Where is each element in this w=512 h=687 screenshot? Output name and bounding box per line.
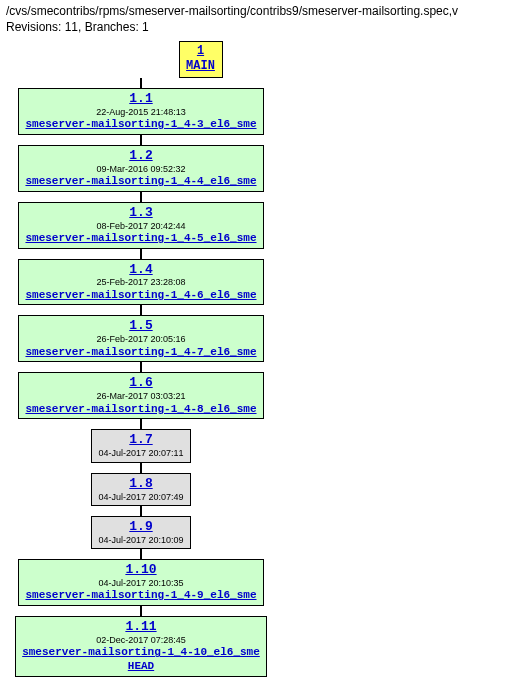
branch-main-num[interactable]: 1	[197, 44, 204, 58]
revision-number-link[interactable]: 1.7	[129, 432, 152, 447]
connector-line	[140, 192, 142, 202]
revision-date: 04-Jul-2017 20:07:49	[98, 492, 183, 502]
revision-tag-link[interactable]: smeserver-mailsorting-1_4-7_el6_sme	[25, 346, 256, 358]
connector-line	[140, 362, 142, 372]
revision-date: 04-Jul-2017 20:10:09	[98, 535, 183, 545]
revision-number-link[interactable]: 1.2	[129, 148, 152, 163]
revision-tag-link[interactable]: smeserver-mailsorting-1_4-4_el6_sme	[25, 175, 256, 187]
revision-date: 09-Mar-2016 09:52:32	[25, 164, 256, 174]
revision-tag-link[interactable]: smeserver-mailsorting-1_4-8_el6_sme	[25, 403, 256, 415]
revision-number-link[interactable]: 1.3	[129, 205, 152, 220]
revision-date: 25-Feb-2017 23:28:08	[25, 277, 256, 287]
connector-line	[140, 305, 142, 315]
revision-tag-link[interactable]: smeserver-mailsorting-1_4-5_el6_sme	[25, 232, 256, 244]
connector-line	[140, 606, 142, 616]
revision-number-link[interactable]: 1.9	[129, 519, 152, 534]
revision-date: 04-Jul-2017 20:10:35	[25, 578, 256, 588]
revision-node[interactable]: 1.209-Mar-2016 09:52:32smeserver-mailsor…	[18, 145, 263, 192]
revision-number-link[interactable]: 1.10	[125, 562, 156, 577]
revision-head-link[interactable]: HEAD	[128, 660, 154, 672]
revision-date: 04-Jul-2017 20:07:11	[98, 448, 183, 458]
connector-line	[140, 249, 142, 259]
revision-date: 02-Dec-2017 07:28:45	[22, 635, 260, 645]
revision-number-link[interactable]: 1.11	[125, 619, 156, 634]
revision-tag-link[interactable]: smeserver-mailsorting-1_4-6_el6_sme	[25, 289, 256, 301]
connector-line	[140, 135, 142, 145]
revision-node[interactable]: 1.704-Jul-2017 20:07:11	[91, 429, 190, 462]
revision-tag-link[interactable]: smeserver-mailsorting-1_4-10_el6_sme	[22, 646, 260, 658]
revision-date: 26-Mar-2017 03:03:21	[25, 391, 256, 401]
revision-node[interactable]: 1.1004-Jul-2017 20:10:35smeserver-mailso…	[18, 559, 263, 606]
branch-main-label[interactable]: MAIN	[186, 59, 215, 73]
revision-number-link[interactable]: 1.4	[129, 262, 152, 277]
revision-node[interactable]: 1.425-Feb-2017 23:28:08smeserver-mailsor…	[18, 259, 263, 306]
revision-graph: 1 MAIN 1.122-Aug-2015 21:48:13smeserver-…	[0, 37, 512, 686]
revision-number-link[interactable]: 1.1	[129, 91, 152, 106]
revision-node[interactable]: 1.308-Feb-2017 20:42:44smeserver-mailsor…	[18, 202, 263, 249]
revision-node[interactable]: 1.526-Feb-2017 20:05:16smeserver-mailsor…	[18, 315, 263, 362]
revision-node[interactable]: 1.804-Jul-2017 20:07:49	[91, 473, 190, 506]
branch-main-node[interactable]: 1 MAIN	[179, 41, 223, 78]
connector-line	[140, 78, 142, 88]
revision-date: 08-Feb-2017 20:42:44	[25, 221, 256, 231]
revision-node[interactable]: 1.904-Jul-2017 20:10:09	[91, 516, 190, 549]
revision-node[interactable]: 1.1102-Dec-2017 07:28:45smeserver-mailso…	[15, 616, 267, 677]
revision-node[interactable]: 1.122-Aug-2015 21:48:13smeserver-mailsor…	[18, 88, 263, 135]
header: /cvs/smecontribs/rpms/smeserver-mailsort…	[0, 0, 512, 37]
file-path: /cvs/smecontribs/rpms/smeserver-mailsort…	[6, 4, 506, 20]
revision-stats: Revisions: 11, Branches: 1	[6, 20, 506, 36]
connector-line	[140, 549, 142, 559]
revision-number-link[interactable]: 1.8	[129, 476, 152, 491]
revision-tag-link[interactable]: smeserver-mailsorting-1_4-9_el6_sme	[25, 589, 256, 601]
revision-tag-link[interactable]: smeserver-mailsorting-1_4-3_el6_sme	[25, 118, 256, 130]
connector-line	[140, 463, 142, 473]
revision-date: 22-Aug-2015 21:48:13	[25, 107, 256, 117]
connector-line	[140, 419, 142, 429]
connector-line	[140, 506, 142, 516]
revision-node[interactable]: 1.626-Mar-2017 03:03:21smeserver-mailsor…	[18, 372, 263, 419]
revision-number-link[interactable]: 1.6	[129, 375, 152, 390]
revision-date: 26-Feb-2017 20:05:16	[25, 334, 256, 344]
revision-number-link[interactable]: 1.5	[129, 318, 152, 333]
